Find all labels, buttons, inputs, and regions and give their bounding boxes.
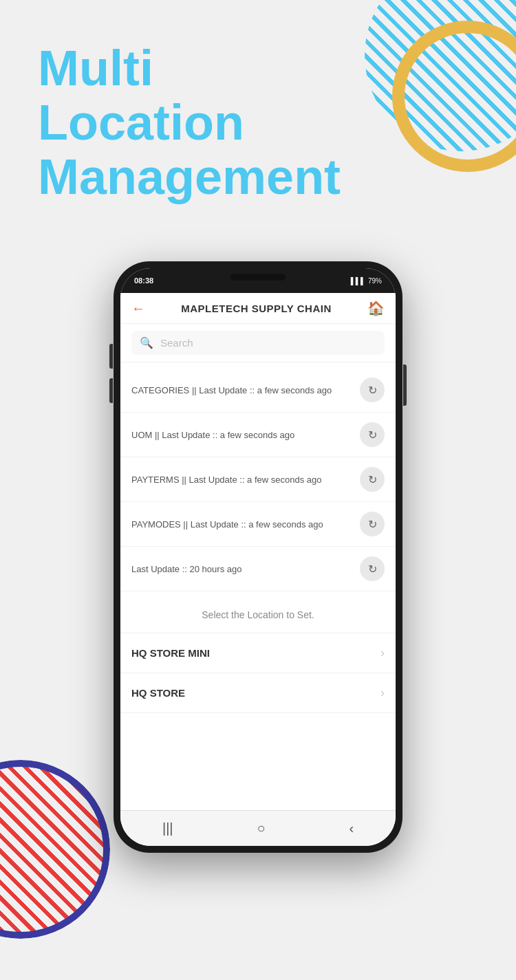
- hq-store-mini-label: HQ STORE MINI: [131, 647, 210, 659]
- status-icons: ▌▌▌ 79%: [351, 277, 382, 285]
- search-bar: 🔍 Search: [120, 324, 396, 362]
- nav-back-button[interactable]: ‹: [349, 820, 354, 836]
- back-icon[interactable]: ←: [131, 301, 145, 316]
- refresh-icon: ↻: [368, 384, 377, 397]
- refresh-icon: ↻: [368, 518, 377, 531]
- categories-refresh-button[interactable]: ↻: [360, 378, 385, 402]
- volume-down-button: [109, 378, 113, 403]
- list-item: UOM || Last Update :: a few seconds ago …: [120, 413, 396, 457]
- list-item: Last Update :: 20 hours ago ↻: [120, 547, 396, 591]
- nav-recents-button[interactable]: |||: [162, 820, 173, 836]
- refresh-icon: ↻: [368, 428, 377, 442]
- power-button: [403, 364, 407, 406]
- home-icon[interactable]: 🏠: [367, 300, 385, 316]
- refresh-icon: ↻: [368, 563, 377, 576]
- nav-home-button[interactable]: ○: [257, 820, 265, 836]
- signal-icon: ▌▌▌: [351, 277, 365, 285]
- list-item: PAYMODES || Last Update :: a few seconds…: [120, 502, 396, 547]
- payterms-label: PAYTERMS || Last Update :: a few seconds…: [131, 475, 322, 485]
- paymodes-label: PAYMODES || Last Update :: a few seconds…: [131, 519, 323, 530]
- list-item: PAYTERMS || Last Update :: a few seconds…: [120, 457, 396, 502]
- battery-label: 79%: [368, 277, 382, 285]
- phone-mockup: 08:38 ▌▌▌ 79% ← MAPLETECH SUPPLY CHAIN 🏠: [114, 261, 402, 853]
- status-time: 08:38: [134, 276, 153, 285]
- uom-refresh-button[interactable]: ↻: [360, 422, 385, 447]
- hq-store-label: HQ STORE: [131, 687, 185, 699]
- app-header-title: MAPLETECH SUPPLY CHAIN: [181, 303, 332, 314]
- title-line1: Multi: [38, 41, 153, 96]
- last-update-refresh-button[interactable]: ↻: [360, 556, 385, 581]
- store-item-hq[interactable]: HQ STORE ›: [120, 673, 396, 713]
- app-content: ← MAPLETECH SUPPLY CHAIN 🏠 🔍 Search CATE…: [120, 293, 396, 846]
- status-bar: 08:38 ▌▌▌ 79%: [120, 268, 396, 293]
- last-update-label: Last Update :: 20 hours ago: [131, 564, 241, 574]
- app-header: ← MAPLETECH SUPPLY CHAIN 🏠: [120, 293, 396, 324]
- payterms-refresh-button[interactable]: ↻: [360, 467, 385, 492]
- decorative-circle-red: [0, 760, 110, 939]
- refresh-icon: ↻: [368, 473, 377, 486]
- title-line3: Management: [38, 149, 341, 204]
- notch-pill: [230, 274, 286, 281]
- chevron-right-icon: ›: [380, 646, 385, 660]
- volume-up-button: [109, 344, 113, 369]
- chevron-right-icon: ›: [380, 686, 385, 700]
- sync-list: CATEGORIES || Last Update :: a few secon…: [120, 362, 396, 597]
- paymodes-refresh-button[interactable]: ↻: [360, 512, 385, 536]
- title-line2: Location: [38, 95, 244, 150]
- list-item: CATEGORIES || Last Update :: a few secon…: [120, 368, 396, 413]
- bottom-nav-bar: ||| ○ ‹: [120, 810, 396, 846]
- search-placeholder: Search: [160, 337, 193, 349]
- store-item-hq-mini[interactable]: HQ STORE MINI ›: [120, 633, 396, 673]
- search-icon: 🔍: [140, 336, 153, 349]
- search-input-wrap[interactable]: 🔍 Search: [131, 331, 385, 355]
- categories-label: CATEGORIES || Last Update :: a few secon…: [131, 385, 332, 395]
- hero-title: Multi Location Management: [38, 41, 341, 205]
- uom-label: UOM || Last Update :: a few seconds ago: [131, 430, 294, 440]
- select-location-text: Select the Location to Set.: [120, 597, 396, 633]
